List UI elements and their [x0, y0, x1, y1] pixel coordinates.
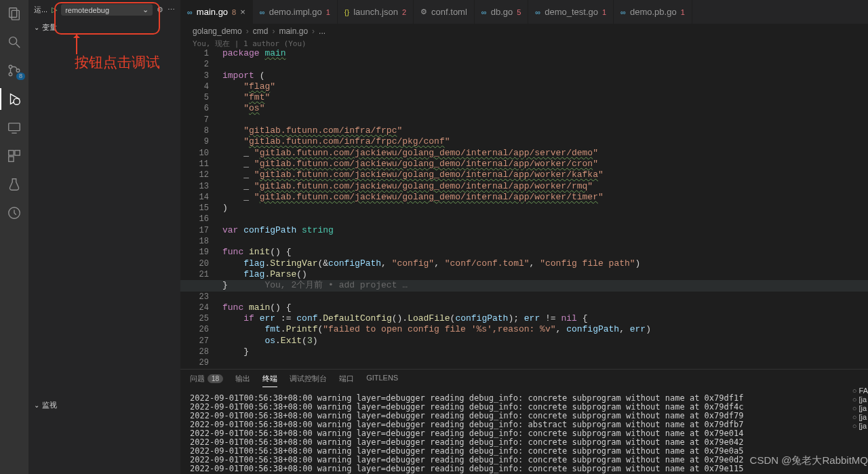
breadcrumb-item[interactable]: main.go [279, 26, 308, 36]
terminal-group[interactable]: [ja [852, 404, 868, 413]
tab-label: launch.json [353, 7, 398, 17]
code-line[interactable]: "flag" [222, 81, 868, 92]
panel-tabs: 问题18 输出 终端 调试控制台 端口 GITLENS [180, 370, 868, 391]
debug-config-dropdown[interactable]: remotedebug ⌄ [61, 4, 153, 16]
panel-tab-ports[interactable]: 端口 [339, 374, 354, 387]
code-line[interactable]: "gitlab.futunn.com/infra/frpc/pkg/conf" [222, 136, 868, 147]
tab-db-go[interactable]: ∞db.go5 [475, 0, 529, 24]
close-icon[interactable]: × [240, 7, 245, 17]
tab-badge: 8 [232, 8, 236, 16]
svg-point-2 [9, 37, 17, 45]
panel-tab-problems[interactable]: 问题18 [190, 374, 223, 387]
svg-rect-0 [9, 8, 17, 18]
extensions-icon[interactable] [6, 148, 22, 164]
remote-icon[interactable] [6, 119, 22, 136]
toml-file-icon: ⚙ [420, 7, 427, 16]
code-line[interactable]: } You, 2个月前 • add project … [180, 280, 868, 291]
code-line[interactable] [222, 115, 868, 125]
code-line[interactable]: "gitlab.futunn.com/infra/frpc" [222, 125, 868, 136]
panel-tab-terminal[interactable]: 终端 [262, 374, 277, 387]
tab-label: main.go [197, 7, 228, 17]
code-line[interactable]: func init() { [222, 247, 868, 258]
code-line[interactable]: func main() { [222, 302, 868, 313]
svg-rect-1 [12, 10, 19, 20]
more-icon[interactable]: ⋯ [167, 5, 175, 14]
code-line[interactable] [222, 59, 868, 70]
breadcrumb-item[interactable]: cmd [253, 26, 269, 36]
search-icon[interactable] [6, 34, 22, 50]
breadcrumb[interactable]: golang_demo › cmd › main.go › ... [180, 24, 868, 39]
start-debug-button[interactable]: ▷ [52, 5, 57, 14]
code-line[interactable]: } [222, 347, 868, 357]
breadcrumb-item[interactable]: golang_demo [193, 26, 242, 36]
panel-tab-gitlens[interactable]: GITLENS [366, 374, 398, 387]
svg-point-6 [16, 69, 20, 73]
tab-demo-impl-go[interactable]: ∞demo.impl.go1 [253, 0, 338, 24]
code-line[interactable]: os.Exit(3) [222, 336, 868, 347]
tab-conf-toml[interactable]: ⚙conf.toml [414, 0, 475, 24]
code-line[interactable] [222, 292, 868, 302]
code-line[interactable]: flag.Parse() [222, 269, 868, 280]
code-line[interactable]: _ "gitlab.futunn.com/jackiewu/golang_dem… [222, 181, 868, 192]
code-line[interactable]: _ "gitlab.futunn.com/jackiewu/golang_dem… [222, 148, 868, 159]
timeline-icon[interactable] [6, 205, 22, 221]
tab-badge: 1 [326, 8, 330, 16]
code-line[interactable] [222, 236, 868, 247]
svg-rect-12 [15, 151, 20, 155]
tab-launch-json[interactable]: {}launch.json2 [338, 0, 414, 24]
terminal-group[interactable]: [ja [852, 422, 868, 431]
code-line[interactable]: fmt.Printf("failed to open config file '… [222, 324, 868, 335]
code-line[interactable]: "fmt" [222, 92, 868, 103]
section-watch[interactable]: ⌄ 监视 [28, 397, 180, 413]
editor-tabs: ∞main.go8×∞demo.impl.go1{}launch.json2⚙c… [180, 0, 868, 24]
tab-label: demo.impl.go [269, 7, 322, 17]
code-line[interactable]: _ "gitlab.futunn.com/jackiewu/golang_dem… [222, 159, 868, 170]
svg-line-3 [16, 44, 20, 48]
run-debug-icon[interactable] [6, 91, 22, 107]
chevron-down-icon: ⌄ [34, 401, 39, 409]
breadcrumb-item[interactable]: ... [319, 26, 326, 36]
tab-label: demo_test.go [545, 7, 598, 17]
tab-badge: 1 [681, 8, 685, 16]
terminal-group[interactable]: [ja [852, 413, 868, 422]
code-line[interactable]: import ( [222, 71, 868, 81]
annotation-arrow [76, 34, 77, 54]
panel-tab-debug-console[interactable]: 调试控制台 [290, 374, 327, 387]
code-line[interactable]: if err := conf.DefaultConfig().LoadFile(… [222, 313, 868, 324]
code-line[interactable]: _ "gitlab.futunn.com/jackiewu/golang_dem… [222, 192, 868, 203]
code-line[interactable] [222, 214, 868, 224]
panel-tab-output[interactable]: 输出 [235, 374, 250, 387]
code-line[interactable] [222, 357, 868, 368]
code-line[interactable]: flag.StringVar(&configPath, "config", "c… [222, 258, 868, 269]
code-line[interactable]: ) [222, 203, 868, 214]
tab-demo_test-go[interactable]: ∞demo_test.go1 [528, 0, 614, 24]
code-content[interactable]: package main import ( "flag" "fmt" "os" … [222, 48, 868, 369]
gear-icon[interactable]: ⚙ [157, 5, 163, 14]
code-line[interactable]: var configPath string [222, 225, 868, 236]
source-control-icon[interactable]: 8 [6, 62, 22, 79]
go-file-icon: ∞ [187, 8, 193, 16]
section-variables[interactable]: ⌄ 变量 [28, 20, 180, 35]
terminal-group[interactable]: [ja [852, 395, 868, 404]
explorer-icon[interactable] [6, 5, 22, 22]
go-file-icon: ∞ [620, 8, 626, 16]
chevron-down-icon: ⌄ [142, 5, 149, 14]
main-area: ∞main.go8×∞demo.impl.go1{}launch.json2⚙c… [180, 0, 868, 474]
activity-bar: 8 [0, 0, 28, 474]
terminal-group[interactable]: FA [852, 387, 868, 395]
terminal-sidebar[interactable]: FA[ja[ja[ja[ja [852, 387, 868, 431]
code-line[interactable]: "os" [222, 103, 868, 114]
code-line[interactable]: _ "gitlab.futunn.com/jackiewu/golang_dem… [222, 170, 868, 180]
section-variables-label: 变量 [42, 22, 57, 33]
tab-demo-pb-go[interactable]: ∞demo.pb.go1 [614, 0, 692, 24]
testing-icon[interactable] [6, 176, 22, 193]
code-line[interactable]: package main [222, 48, 868, 59]
svg-point-5 [9, 73, 12, 76]
tab-main-go[interactable]: ∞main.go8× [180, 0, 253, 24]
go-file-icon: ∞ [481, 8, 487, 16]
watermark: CSDN @兔老大RabbitMQ [750, 454, 868, 467]
debug-config-name: remotedebug [65, 6, 109, 14]
editor[interactable]: You, 现在 | 1 author (You) 123456789101112… [180, 39, 868, 369]
tab-badge: 5 [517, 8, 521, 16]
svg-point-4 [9, 65, 12, 68]
